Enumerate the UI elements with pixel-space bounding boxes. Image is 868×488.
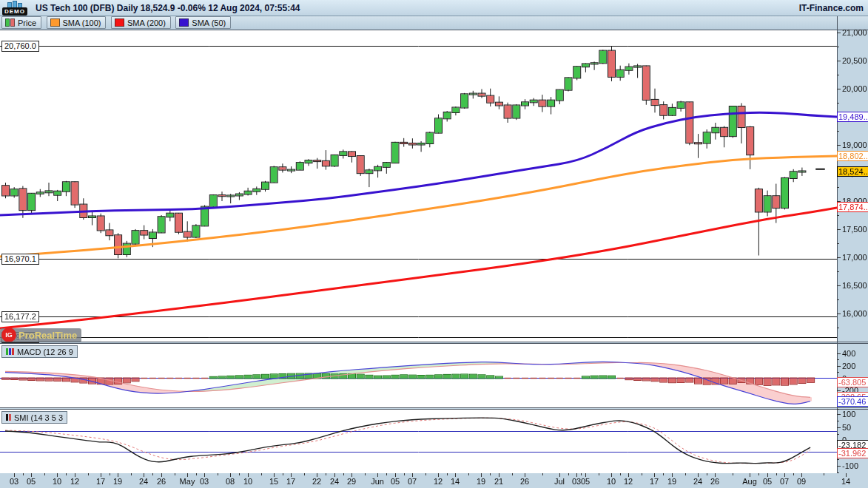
- date-minor-tick: [218, 473, 218, 475]
- date-label: 09: [797, 477, 806, 486]
- date-tick: [559, 473, 560, 477]
- date-minor-tick: [239, 473, 240, 475]
- level-label-16177[interactable]: 16,177.2: [1, 311, 39, 322]
- axis-label: -100: [842, 461, 858, 470]
- date-minor-tick: [758, 473, 759, 475]
- demo-badge: DEMO: [2, 7, 27, 16]
- date-label: 17: [96, 477, 105, 486]
- axis-tick: [837, 215, 839, 216]
- axis-tick: [837, 299, 839, 300]
- macd-panel: [0, 344, 837, 407]
- date-tick: [230, 473, 231, 477]
- date-label: 14: [841, 477, 850, 486]
- date-tick: [334, 473, 335, 477]
- axis-label: 21,000: [842, 28, 867, 37]
- macd-icon: [6, 348, 14, 355]
- date-minor-tick: [23, 473, 24, 475]
- axis-label: 16,000: [842, 309, 867, 318]
- date-label: 03: [572, 477, 581, 486]
- level-label-apr-low[interactable]: 16,970.1: [1, 254, 39, 265]
- date-minor-tick: [490, 473, 491, 475]
- axis-tick: [837, 89, 841, 89]
- legend-label: SMA (200): [127, 18, 166, 27]
- header-bar: DEMO US Tech 100 (DFB) Daily 18,524.9 -0…: [0, 0, 868, 16]
- date-label: 26: [157, 477, 166, 486]
- date-label: 10: [53, 477, 61, 486]
- divider: [0, 409, 868, 410]
- date-minor-tick: [365, 473, 366, 475]
- smi-chart-canvas[interactable]: [0, 410, 837, 473]
- date-label: 24: [693, 477, 702, 486]
- date-label: 05: [581, 477, 590, 486]
- date-tick: [628, 473, 629, 477]
- axis-tick: [837, 359, 839, 360]
- date-tick: [438, 473, 439, 477]
- date-tick: [395, 473, 396, 477]
- divider: [0, 30, 868, 30]
- date-label: 07: [780, 477, 789, 486]
- date-label: Aug: [742, 477, 757, 486]
- date-minor-tick: [733, 473, 733, 475]
- date-tick: [698, 473, 699, 477]
- price-tag: 18,524..: [837, 166, 868, 177]
- date-minor-tick: [824, 473, 824, 475]
- legend-price-chip[interactable]: Price: [1, 16, 41, 29]
- brand-label: IT-Finance.com: [799, 3, 864, 13]
- prorealtime-watermark-text: ProRealTime: [18, 330, 77, 341]
- date-minor-tick: [131, 473, 132, 475]
- date-minor-tick: [581, 473, 582, 475]
- divider: [0, 407, 868, 408]
- date-tick: [412, 473, 413, 477]
- axis-tick: [837, 145, 841, 146]
- date-tick: [846, 473, 847, 477]
- date-label: 21: [494, 477, 503, 486]
- axis-label: 100: [842, 410, 855, 418]
- date-minor-tick: [88, 473, 89, 475]
- price-chart-canvas[interactable]: [0, 30, 837, 342]
- date-label: 10: [607, 477, 616, 486]
- date-axis[interactable]: 0305101217192426May0308101517222429Jun05…: [0, 473, 868, 488]
- axis-tick: [837, 328, 839, 328]
- date-minor-tick: [261, 473, 262, 475]
- axis-tick: [837, 103, 839, 104]
- price-panel: [0, 30, 837, 342]
- smi-indicator-chip[interactable]: SMI (14 3 5 3: [1, 411, 67, 424]
- axis-tick: [837, 229, 841, 230]
- date-tick: [784, 473, 785, 477]
- date-minor-tick: [386, 473, 387, 475]
- date-tick: [481, 473, 482, 477]
- axis-tick: [837, 61, 841, 61]
- macd-indicator-chip[interactable]: MACD (12 26 9: [1, 345, 78, 358]
- sma100-swatch-icon: [50, 18, 60, 27]
- date-label: 08: [226, 477, 235, 486]
- legend-sma200-chip[interactable]: SMA (200): [111, 16, 171, 29]
- axis-tick: [837, 421, 839, 421]
- date-minor-tick: [152, 473, 153, 475]
- date-label: 12: [70, 477, 79, 486]
- date-label: 22: [312, 477, 321, 486]
- level-label-high[interactable]: 20,760.0: [1, 41, 39, 52]
- axis-tick: [837, 427, 841, 428]
- date-minor-tick: [447, 473, 448, 475]
- date-tick: [317, 473, 317, 477]
- axis-tick: [837, 285, 841, 286]
- axis-tick: [837, 414, 841, 415]
- legend-label: SMA (50): [192, 18, 226, 27]
- axis-tick: [837, 33, 841, 33]
- legend-sma100-chip[interactable]: SMA (100): [47, 16, 107, 29]
- date-tick: [767, 473, 768, 477]
- date-label: 26: [710, 477, 719, 486]
- date-minor-tick: [304, 473, 305, 475]
- legend-sma50-chip[interactable]: SMA (50): [175, 16, 231, 29]
- date-label: 03: [200, 477, 209, 486]
- smi-indicator-label: SMI (14 3 5 3: [14, 413, 63, 422]
- axis-tick: [837, 47, 839, 47]
- macd-chart-canvas[interactable]: [0, 344, 837, 407]
- date-tick: [525, 473, 525, 477]
- date-tick: [248, 473, 249, 477]
- date-tick: [576, 473, 577, 477]
- price-tag: 19,489..: [837, 112, 868, 122]
- date-minor-tick: [404, 473, 405, 475]
- date-tick: [715, 473, 716, 477]
- axis-label: 20,500: [842, 56, 867, 65]
